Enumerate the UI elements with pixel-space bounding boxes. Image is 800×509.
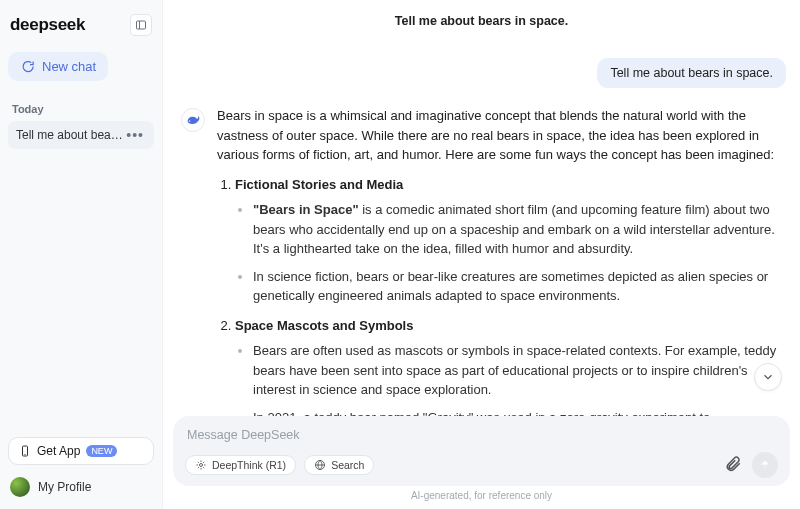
- sidebar-section-label: Today: [12, 103, 150, 115]
- brand-logo: deepseek: [10, 15, 85, 35]
- scroll-to-bottom-button[interactable]: [754, 363, 782, 391]
- svg-point-4: [200, 464, 203, 467]
- arrow-up-icon: [758, 458, 772, 472]
- paperclip-icon: [724, 455, 742, 473]
- list-item: Bears are often used as mascots or symbo…: [253, 341, 784, 400]
- collapse-sidebar-button[interactable]: [130, 14, 152, 36]
- list-item: In science fiction, bears or bear-like c…: [253, 267, 784, 306]
- section-heading: Space Mascots and Symbols: [235, 318, 413, 333]
- footer-note: AI-generated, for reference only: [173, 486, 790, 503]
- composer-area: DeepThink (R1) Search AI-gene: [163, 416, 800, 509]
- sidebar-header: deepseek: [8, 10, 154, 46]
- avatar: [10, 477, 30, 497]
- sparkle-icon: [195, 459, 207, 471]
- main-area: Tell me about bears in space. Tell me ab…: [163, 0, 800, 509]
- search-label: Search: [331, 459, 364, 471]
- conversation-item[interactable]: Tell me about bears in space •••: [8, 121, 154, 149]
- collapse-icon: [135, 19, 147, 31]
- profile-button[interactable]: My Profile: [8, 473, 154, 501]
- chat-scroll[interactable]: Tell me about bears in space. Bears in s…: [163, 38, 800, 416]
- phone-icon: [19, 444, 31, 458]
- list-item: In 2021, a teddy bear named "Gravity" wa…: [253, 408, 784, 417]
- sidebar-footer: Get App NEW My Profile: [8, 437, 154, 501]
- assistant-intro: Bears in space is a whimsical and imagin…: [217, 106, 784, 165]
- new-chat-button[interactable]: New chat: [8, 52, 108, 81]
- user-message-bubble: Tell me about bears in space.: [597, 58, 786, 88]
- send-button[interactable]: [752, 452, 778, 478]
- deepthink-label: DeepThink (R1): [212, 459, 286, 471]
- profile-label: My Profile: [38, 480, 91, 494]
- bold-text: "Bears in Space": [253, 202, 359, 217]
- get-app-label: Get App: [37, 444, 80, 458]
- section-heading: Fictional Stories and Media: [235, 177, 403, 192]
- new-chat-icon: [20, 59, 35, 74]
- list-item: Space Mascots and Symbols Bears are ofte…: [235, 316, 784, 417]
- assistant-message-content: Bears in space is a whimsical and imagin…: [217, 106, 790, 416]
- deepthink-toggle[interactable]: DeepThink (R1): [185, 455, 296, 475]
- new-chat-label: New chat: [42, 59, 96, 74]
- new-badge: NEW: [86, 445, 117, 457]
- user-message-row: Tell me about bears in space.: [181, 42, 790, 106]
- chevron-down-icon: [761, 370, 775, 384]
- composer: DeepThink (R1) Search: [173, 416, 790, 486]
- list-item: Fictional Stories and Media "Bears in Sp…: [235, 175, 784, 306]
- conversation-more-button[interactable]: •••: [124, 127, 146, 143]
- page-title: Tell me about bears in space.: [163, 0, 800, 38]
- globe-icon: [314, 459, 326, 471]
- sidebar: deepseek New chat Today Tell me about be…: [0, 0, 163, 509]
- composer-toolbar: DeepThink (R1) Search: [185, 452, 778, 478]
- list-item: "Bears in Space" is a comedic animated s…: [253, 200, 784, 259]
- message-input[interactable]: [185, 426, 778, 452]
- get-app-button[interactable]: Get App NEW: [8, 437, 154, 465]
- svg-rect-0: [137, 21, 146, 29]
- conversation-title: Tell me about bears in space: [16, 128, 124, 142]
- whale-icon: [185, 112, 201, 128]
- assistant-message-row: Bears in space is a whimsical and imagin…: [181, 106, 790, 416]
- assistant-avatar: [181, 108, 205, 132]
- search-toggle[interactable]: Search: [304, 455, 374, 475]
- attach-button[interactable]: [724, 455, 742, 476]
